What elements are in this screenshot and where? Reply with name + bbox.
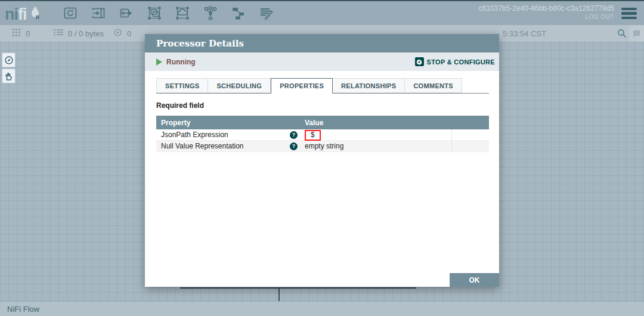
stop-and-configure-label: STOP & CONFIGURE: [427, 58, 495, 66]
dialog-title: Processor Details: [145, 34, 499, 52]
logo-text-ni: ni: [5, 5, 18, 23]
property-column-header: Property: [156, 119, 301, 127]
property-value-highlighted[interactable]: $: [305, 130, 321, 141]
table-row-null-value: Null Value Representation ? empty string: [156, 141, 489, 152]
active-threads-count: 0: [26, 29, 30, 38]
label-icon[interactable]: [259, 4, 274, 22]
process-group-icon[interactable]: [147, 4, 162, 22]
template-icon[interactable]: [231, 4, 246, 22]
logout-link[interactable]: LOG OUT: [585, 13, 614, 21]
required-field-note: Required field: [156, 101, 489, 110]
processor-details-dialog: Processor Details Running STOP & CONFIGU…: [145, 34, 499, 287]
gear-icon: [415, 57, 424, 66]
funnel-icon[interactable]: [203, 4, 218, 22]
property-name: JsonPath Expression: [161, 131, 228, 139]
output-port-icon[interactable]: [119, 4, 134, 22]
tab-settings[interactable]: SETTINGS: [156, 78, 208, 93]
logo-text-fi: fi: [18, 5, 27, 23]
transmitting-icon: [113, 28, 122, 39]
active-threads-group: 0: [12, 25, 30, 42]
stats-last-refreshed: 5:33:54 CST: [503, 25, 546, 42]
run-state-label: Running: [166, 58, 196, 66]
input-port-icon[interactable]: [91, 4, 106, 22]
help-icon[interactable]: ?: [290, 131, 298, 139]
breadcrumb[interactable]: NiFi Flow: [7, 305, 39, 314]
help-icon[interactable]: ?: [290, 142, 298, 150]
nifi-drop-icon: [27, 4, 42, 23]
bulletin-bubble-icon[interactable]: [629, 25, 644, 42]
tab-properties[interactable]: PROPERTIES: [271, 78, 333, 94]
run-state-indicator: Running: [156, 58, 196, 66]
app-toolbar: nifi: [0, 0, 644, 25]
property-value[interactable]: empty string: [305, 142, 343, 150]
navigate-palette-button[interactable]: [2, 52, 16, 67]
nifi-logo: nifi: [5, 4, 42, 23]
property-name: Null Value Representation: [161, 142, 244, 150]
transmitting-count: 0: [127, 29, 131, 38]
dialog-status-row: Running STOP & CONFIGURE: [145, 52, 499, 71]
toolbar-right-cluster: c61037b5-2e40-46bb-b80c-c3a1262778d5 LOG…: [478, 4, 637, 21]
table-row-jsonpath: JsonPath Expression ? $: [156, 129, 489, 141]
global-menu-icon[interactable]: [621, 7, 637, 20]
processor-edge-line: [180, 287, 416, 289]
dialog-tabs: SETTINGS SCHEDULING PROPERTIES RELATIONS…: [156, 78, 489, 94]
tab-comments[interactable]: COMMENTS: [405, 78, 462, 93]
pan-hand-button[interactable]: [2, 69, 16, 83]
breadcrumb-bar: NiFi Flow: [0, 301, 644, 316]
user-uuid: c61037b5-2e40-46bb-b80c-c3a1262778d5: [478, 4, 614, 13]
dialog-body: SETTINGS SCHEDULING PROPERTIES RELATIONS…: [145, 71, 499, 287]
remote-process-group-icon[interactable]: [175, 4, 190, 22]
properties-table-header: Property Value: [156, 116, 489, 129]
properties-table: Property Value JsonPath Expression ? $ N…: [156, 116, 489, 152]
search-icon[interactable]: [615, 25, 629, 42]
connection-line: [278, 288, 280, 301]
transmitting-group: 0: [113, 25, 131, 42]
queued-group: 0 / 0 bytes: [54, 25, 104, 42]
value-column-header: Value: [301, 119, 451, 127]
component-toolbar: [63, 4, 274, 22]
processor-icon[interactable]: [63, 4, 78, 22]
stop-and-configure-button[interactable]: STOP & CONFIGURE: [415, 57, 495, 66]
queued-list-icon: [54, 29, 63, 39]
queued-count: 0 / 0 bytes: [68, 29, 104, 38]
ok-button[interactable]: OK: [450, 273, 499, 287]
tab-scheduling[interactable]: SCHEDULING: [208, 78, 271, 93]
tab-relationships[interactable]: RELATIONSHIPS: [333, 78, 405, 93]
threads-grid-icon: [12, 28, 21, 39]
running-play-icon: [156, 58, 162, 66]
